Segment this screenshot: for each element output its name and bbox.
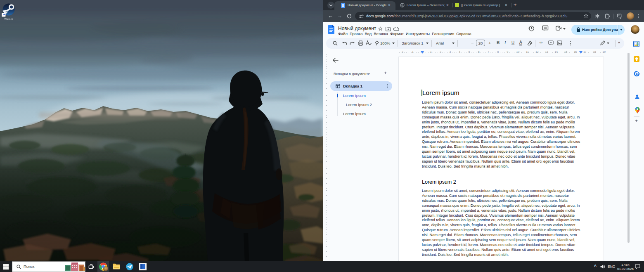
svg-text:31: 31 [636,43,639,45]
svg-text:Steam: Steam [4,17,13,21]
